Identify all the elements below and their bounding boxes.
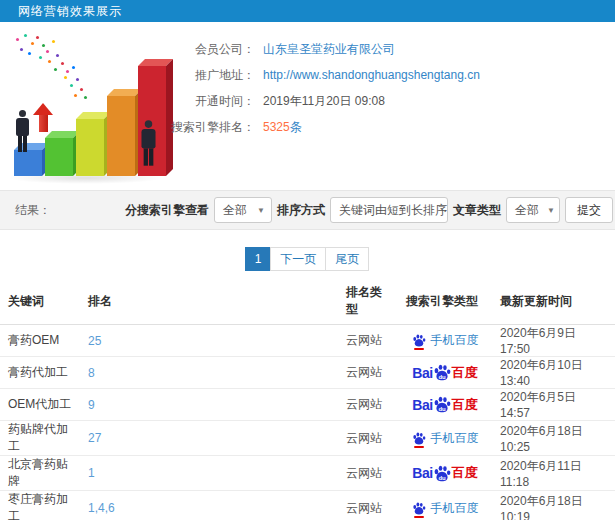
businessman-right — [141, 120, 155, 165]
marketing-chart-illustration — [0, 28, 180, 188]
filter-bar: 结果： 分搜索引擎查看 全部 ▼ 排序方式 关键词由短到长排序 ▼ 文章类型 全… — [0, 190, 615, 230]
article-type-select[interactable]: 全部 ▼ — [506, 197, 560, 223]
promo-url-row: 推广地址： http://www.shandonghuangshengtang.… — [160, 62, 480, 88]
keyword-cell: 药贴牌代加工 — [0, 421, 80, 456]
company-label: 会员公司： — [160, 41, 255, 58]
keyword-cell: 枣庄膏药加工 — [0, 491, 80, 520]
promo-url-link[interactable]: http://www.shandonghuangshengtang.cn — [263, 68, 480, 82]
rank-type-cell: 云网站 — [338, 357, 398, 389]
engine-cell: Bai du 百度 — [398, 357, 492, 389]
engine-cell: 手机百度 — [398, 491, 492, 520]
mobile-baidu-text: 手机百度 — [431, 430, 479, 447]
results-table-body: 膏药OEM 25 云网站 手机百度 2020年6月9日 17:50 膏药代加工 … — [0, 325, 615, 520]
promo-url-label: 推广地址： — [160, 67, 255, 84]
rank-link[interactable]: 9 — [88, 398, 95, 412]
article-type-label: 文章类型 — [453, 202, 501, 219]
baidu-logo: Bai du 百度 — [412, 364, 477, 382]
account-info-section: 会员公司： 山东皇圣堂药业有限公司 推广地址： http://www.shand… — [0, 22, 615, 190]
engine-filter-value: 全部 — [223, 202, 247, 219]
keyword-cell: 北京膏药贴牌 — [0, 456, 80, 491]
svg-text:du: du — [438, 474, 446, 480]
last-page-button[interactable]: 尾页 — [325, 247, 369, 271]
engine-cell: Bai du 百度 — [398, 389, 492, 421]
rank-type-cell: 云网站 — [338, 456, 398, 491]
keyword-cell: 膏药OEM — [0, 325, 80, 357]
table-header-row: 关键词 排名 排名类型 搜索引擎类型 最新更新时间 — [0, 278, 615, 325]
baidu-bai-text: Bai — [412, 465, 432, 481]
article-type-value: 全部 — [515, 202, 539, 219]
rank-type-cell: 云网站 — [338, 389, 398, 421]
baidu-cn-text: 百度 — [452, 396, 478, 414]
table-row: 膏药代加工 8 云网站 Bai du 百度 2020年6月10日 13:40 — [0, 357, 615, 389]
baidu-logo: Bai du 百度 — [412, 396, 477, 414]
account-fields: 会员公司： 山东皇圣堂药业有限公司 推广地址： http://www.shand… — [160, 36, 480, 140]
chevron-down-icon: ▼ — [257, 206, 265, 215]
chart-bar-yellow — [76, 119, 104, 176]
rank-link[interactable]: 25 — [88, 334, 101, 348]
baidu-cn-text: 百度 — [452, 364, 478, 382]
rank-type-cell: 云网站 — [338, 491, 398, 520]
results-table: 关键词 排名 排名类型 搜索引擎类型 最新更新时间 膏药OEM 25 云网站 手… — [0, 278, 615, 520]
pagination: 1 下一页 尾页 — [0, 247, 615, 271]
rank-link[interactable]: 8 — [88, 366, 95, 380]
update-time-cell: 2020年6月18日 10:25 — [492, 421, 615, 456]
rank-link[interactable]: 1,4,6 — [88, 501, 115, 515]
keyword-cell: OEM代加工 — [0, 389, 80, 421]
engine-cell: Bai du 百度 — [398, 456, 492, 491]
company-link[interactable]: 山东皇圣堂药业有限公司 — [263, 41, 395, 58]
chart-bar-green — [45, 138, 73, 176]
page-button-current[interactable]: 1 — [245, 247, 272, 271]
rank-count-label: 搜索引擎排名： — [160, 119, 255, 136]
svg-text:du: du — [438, 374, 446, 380]
table-row: 药贴牌代加工 27 云网站 手机百度 2020年6月18日 10:25 — [0, 421, 615, 456]
mobile-baidu-logo: 手机百度 — [412, 500, 479, 517]
submit-button[interactable]: 提交 — [565, 197, 613, 223]
rank-count-row: 搜索引擎排名： 5325条 — [160, 114, 480, 140]
sort-filter-label: 排序方式 — [277, 202, 325, 219]
open-time-row: 开通时间： 2019年11月20日 09:08 — [160, 88, 480, 114]
update-time-cell: 2020年6月9日 17:50 — [492, 325, 615, 357]
page-title-bar: 网络营销效果展示 — [0, 0, 615, 22]
company-row: 会员公司： 山东皇圣堂药业有限公司 — [160, 36, 480, 62]
table-row: 枣庄膏药加工 1,4,6 云网站 手机百度 2020年6月18日 10:19 — [0, 491, 615, 520]
header-rank-type: 排名类型 — [338, 278, 398, 325]
baidu-logo: Bai du 百度 — [412, 464, 477, 482]
baidu-bai-text: Bai — [412, 365, 432, 381]
confetti-dots — [6, 30, 9, 33]
header-keyword: 关键词 — [0, 278, 80, 325]
open-time-label: 开通时间： — [160, 93, 255, 110]
header-rank: 排名 — [80, 278, 338, 325]
engine-cell: 手机百度 — [398, 325, 492, 357]
engine-filter-select[interactable]: 全部 ▼ — [214, 197, 272, 223]
baidu-paw-icon: du — [433, 396, 451, 413]
baidu-bai-text: Bai — [412, 397, 432, 413]
growth-arrow-icon — [33, 103, 53, 132]
rank-type-cell: 云网站 — [338, 325, 398, 357]
engine-cell: 手机百度 — [398, 421, 492, 456]
header-engine-type: 搜索引擎类型 — [398, 278, 492, 325]
mobile-baidu-paw-icon — [412, 334, 426, 347]
rank-type-cell: 云网站 — [338, 421, 398, 456]
filter-controls: 分搜索引擎查看 全部 ▼ 排序方式 关键词由短到长排序 ▼ 文章类型 全部 ▼ … — [125, 197, 613, 223]
update-time-cell: 2020年6月10日 13:40 — [492, 357, 615, 389]
update-time-cell: 2020年6月11日 11:18 — [492, 456, 615, 491]
svg-text:du: du — [438, 406, 446, 412]
open-time-value: 2019年11月20日 09:08 — [263, 93, 385, 110]
rank-count-value: 5325 — [263, 120, 290, 134]
rank-count-suffix: 条 — [290, 120, 302, 134]
rank-link[interactable]: 27 — [88, 431, 101, 445]
next-page-button[interactable]: 下一页 — [270, 247, 326, 271]
rank-link[interactable]: 1 — [88, 466, 95, 480]
page-title: 网络营销效果展示 — [18, 4, 122, 18]
mobile-baidu-paw-icon — [412, 432, 426, 445]
header-update-time: 最新更新时间 — [492, 278, 615, 325]
chart-bar-blue — [14, 150, 42, 176]
table-row: OEM代加工 9 云网站 Bai du 百度 2020年6月5日 14:57 — [0, 389, 615, 421]
table-row: 膏药OEM 25 云网站 手机百度 2020年6月9日 17:50 — [0, 325, 615, 357]
businessman-left — [16, 110, 29, 152]
sort-filter-select[interactable]: 关键词由短到长排序 ▼ — [330, 197, 448, 223]
engine-filter-label: 分搜索引擎查看 — [125, 202, 209, 219]
chart-bar-orange — [107, 96, 135, 176]
update-time-cell: 2020年6月5日 14:57 — [492, 389, 615, 421]
mobile-baidu-logo: 手机百度 — [412, 332, 479, 349]
